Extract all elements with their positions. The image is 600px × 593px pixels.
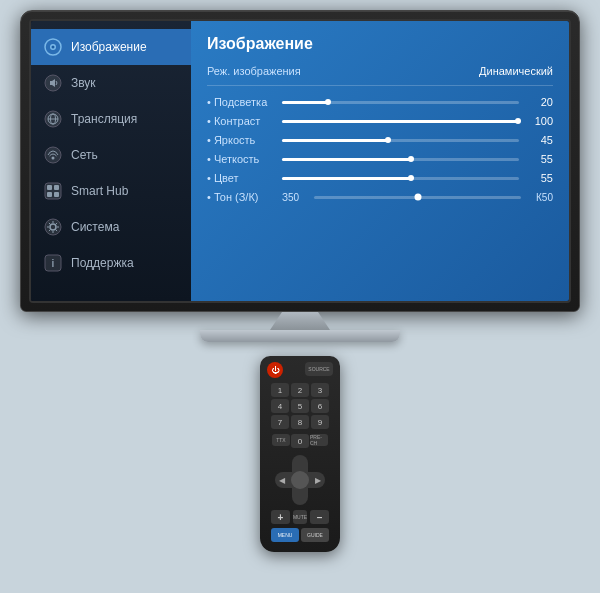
stand-base (200, 330, 400, 342)
setting-bar-container-0: 20 (282, 96, 553, 108)
setting-label-1: • Контраст (207, 115, 282, 127)
setting-label-3: • Четкость (207, 153, 282, 165)
setting-row-0: • Подсветка20 (207, 96, 553, 108)
mode-row: Реж. изображения Динамический (207, 65, 553, 86)
sidebar-item-system-label: Система (71, 220, 119, 234)
tv-screen-area: Изображение Звук (29, 19, 571, 303)
setting-bar-container-3: 55 (282, 153, 553, 165)
sidebar-item-sound[interactable]: Звук (31, 65, 191, 101)
tone-right-value: К50 (525, 192, 553, 203)
source-button[interactable]: SOURCE (305, 362, 333, 376)
sidebar-item-picture[interactable]: Изображение (31, 29, 191, 65)
tone-bar-container: З50 К50 (282, 192, 553, 203)
setting-row-3: • Четкость55 (207, 153, 553, 165)
network-icon (43, 145, 63, 165)
setting-bar-fill-0 (282, 101, 329, 104)
svg-point-2 (52, 46, 55, 49)
svg-rect-14 (54, 192, 59, 197)
tv-stand (200, 312, 400, 342)
tv-bezel: Изображение Звук (20, 10, 580, 312)
button-9[interactable]: 9 (311, 415, 329, 429)
remote-mid-row: TTX 0 PRE-CH (271, 434, 329, 448)
button-5[interactable]: 5 (291, 399, 309, 413)
disc-icon (43, 37, 63, 57)
panel-title: Изображение (207, 35, 553, 53)
svg-point-8 (45, 147, 61, 163)
button-2[interactable]: 2 (291, 383, 309, 397)
svg-rect-11 (47, 185, 52, 190)
remote-control: ⏻ SOURCE 1 2 3 4 5 6 7 8 9 TTX 0 PRE-CH (260, 356, 340, 552)
svg-rect-13 (47, 192, 52, 197)
setting-value-1: 100 (525, 115, 553, 127)
button-4[interactable]: 4 (271, 399, 289, 413)
setting-row-2: • Яркость45 (207, 134, 553, 146)
setting-bar-1 (282, 120, 519, 123)
setting-label-4: • Цвет (207, 172, 282, 184)
setting-value-2: 45 (525, 134, 553, 146)
button-3[interactable]: 3 (311, 383, 329, 397)
globe-icon (43, 109, 63, 129)
remote-numpad: 1 2 3 4 5 6 7 8 9 (271, 383, 329, 429)
button-7[interactable]: 7 (271, 415, 289, 429)
setting-bar-0 (282, 101, 519, 104)
ttx-button[interactable]: TTX (272, 434, 290, 446)
button-0[interactable]: 0 (291, 434, 309, 448)
button-8[interactable]: 8 (291, 415, 309, 429)
remote-top-row: ⏻ SOURCE (265, 362, 335, 378)
setting-value-3: 55 (525, 153, 553, 165)
mute-button[interactable]: MUTE (293, 510, 307, 524)
sidebar-item-broadcast-label: Трансляция (71, 112, 137, 126)
tv-container: Изображение Звук (20, 10, 580, 552)
setting-value-0: 20 (525, 96, 553, 108)
sidebar-item-network-label: Сеть (71, 148, 98, 162)
sidebar-item-broadcast[interactable]: Трансляция (31, 101, 191, 137)
remote-menu-row: MENU GUIDE (271, 528, 329, 542)
setting-row-4: • Цвет55 (207, 172, 553, 184)
remote-dpad: ◀ ▶ (275, 455, 325, 505)
svg-rect-12 (54, 185, 59, 190)
mode-label: Реж. изображения (207, 65, 301, 77)
setting-bar-container-4: 55 (282, 172, 553, 184)
info-icon: i (43, 253, 63, 273)
setting-bar-4 (282, 177, 519, 180)
setting-bar-container-1: 100 (282, 115, 553, 127)
menu-button[interactable]: MENU (271, 528, 299, 542)
tone-row: • Тон (З/К) З50 К50 (207, 191, 553, 203)
setting-value-4: 55 (525, 172, 553, 184)
setting-bar-fill-1 (282, 120, 519, 123)
sidebar-item-support[interactable]: i Поддержка (31, 245, 191, 281)
remote-vol-row: + MUTE – (271, 510, 329, 524)
sidebar-item-picture-label: Изображение (71, 40, 147, 54)
setting-bar-container-2: 45 (282, 134, 553, 146)
vol-plus-button[interactable]: + (271, 510, 290, 524)
setting-bar-fill-4 (282, 177, 412, 180)
power-button[interactable]: ⏻ (267, 362, 283, 378)
main-panel: Изображение Реж. изображения Динамически… (191, 21, 569, 301)
tone-left-value: З50 (282, 192, 310, 203)
tone-bar (314, 196, 521, 199)
setting-bar-3 (282, 158, 519, 161)
sidebar-item-system[interactable]: Система (31, 209, 191, 245)
sidebar-item-sound-label: Звук (71, 76, 96, 90)
setting-bar-2 (282, 139, 519, 142)
stand-neck (270, 312, 330, 330)
guide-button[interactable]: GUIDE (301, 528, 329, 542)
tone-indicator (414, 194, 421, 201)
mode-value: Динамический (479, 65, 553, 77)
sidebar-item-support-label: Поддержка (71, 256, 134, 270)
button-6[interactable]: 6 (311, 399, 329, 413)
prech-button[interactable]: PRE-CH (310, 434, 328, 446)
vol-minus-button[interactable]: – (310, 510, 329, 524)
svg-text:i: i (52, 258, 55, 269)
sidebar: Изображение Звук (31, 21, 191, 301)
settings-rows: • Подсветка20• Контраст100• Яркость45• Ч… (207, 96, 553, 184)
sidebar-item-smarthub[interactable]: Smart Hub (31, 173, 191, 209)
sidebar-item-network[interactable]: Сеть (31, 137, 191, 173)
button-1[interactable]: 1 (271, 383, 289, 397)
speaker-icon (43, 73, 63, 93)
tv-screen: Изображение Звук (31, 21, 569, 301)
setting-bar-fill-3 (282, 158, 412, 161)
setting-bar-fill-2 (282, 139, 389, 142)
tone-label: • Тон (З/К) (207, 191, 282, 203)
dpad-center-button[interactable] (291, 471, 309, 489)
